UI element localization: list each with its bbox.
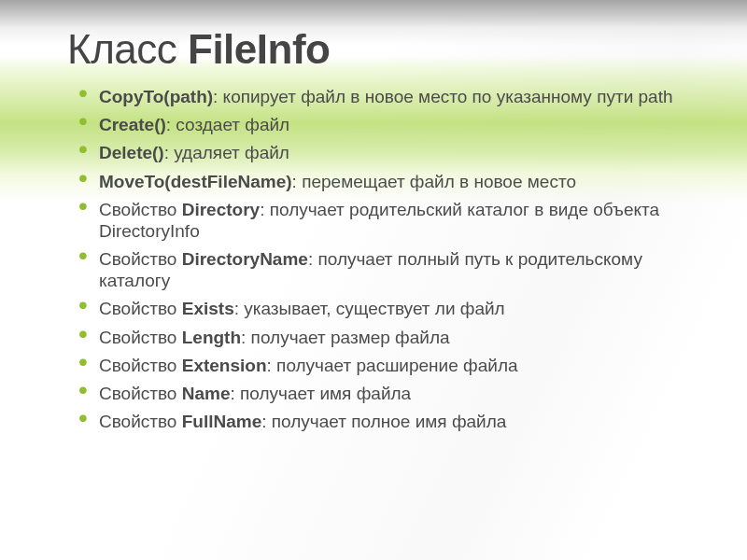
method-name: DirectoryName — [182, 249, 308, 269]
list-item: Свойство Directory: получает родительски… — [99, 199, 691, 242]
list-item: Свойство Length: получает размер файла — [99, 327, 691, 348]
list-item: Свойство Exists: указывает, существует л… — [99, 298, 691, 319]
property-prefix: Свойство — [99, 384, 182, 403]
title-name: FileInfo — [188, 26, 330, 72]
method-name: FullName — [182, 412, 262, 431]
method-desc: : указывает, существует ли файл — [234, 299, 505, 318]
list-item: MoveTo(destFileName): перемещает файл в … — [99, 171, 691, 192]
method-name: Extension — [182, 356, 267, 375]
property-prefix: Свойство — [99, 299, 182, 318]
method-name: Exists — [182, 299, 234, 318]
method-desc: : получает имя файла — [230, 384, 411, 403]
method-desc: : получает расширение файла — [267, 356, 518, 375]
list-item: Свойство Name: получает имя файла — [99, 383, 691, 404]
method-name: MoveTo(destFileName) — [99, 172, 292, 191]
property-prefix: Свойство — [99, 356, 182, 375]
method-name: Delete() — [99, 143, 164, 162]
list-item: Свойство DirectoryName: получает полный … — [99, 248, 691, 291]
property-prefix: Свойство — [99, 328, 182, 347]
method-desc: : получает полное имя файла — [261, 412, 506, 431]
content-area: Класс FileInfo CopyTo(path): копирует фа… — [67, 26, 691, 439]
method-desc: : получает размер файла — [241, 328, 450, 347]
method-desc: : создает файл — [166, 115, 289, 134]
title-prefix: Класс — [67, 26, 188, 72]
property-prefix: Свойство — [99, 249, 182, 269]
list-item: Create(): создает файл — [99, 114, 691, 135]
method-name: CopyTo(path) — [99, 87, 213, 106]
list-item: Delete(): удаляет файл — [99, 142, 691, 163]
method-name: Length — [182, 328, 241, 347]
method-name: Name — [182, 384, 231, 403]
method-name: Directory — [182, 200, 260, 219]
property-prefix: Свойство — [99, 412, 182, 431]
method-list: CopyTo(path): копирует файл в новое мест… — [67, 86, 691, 432]
method-name: Create() — [99, 115, 166, 134]
method-desc: : перемещает файл в новое место — [292, 172, 576, 191]
page-title: Класс FileInfo — [67, 26, 691, 73]
method-desc: : копирует файл в новое место по указанн… — [213, 87, 672, 106]
method-desc: : удаляет файл — [164, 143, 289, 162]
list-item: CopyTo(path): копирует файл в новое мест… — [99, 86, 691, 107]
slide: Класс FileInfo CopyTo(path): копирует фа… — [0, 0, 747, 560]
list-item: Свойство Extension: получает расширение … — [99, 355, 691, 376]
property-prefix: Свойство — [99, 200, 182, 219]
list-item: Свойство FullName: получает полное имя ф… — [99, 411, 691, 432]
